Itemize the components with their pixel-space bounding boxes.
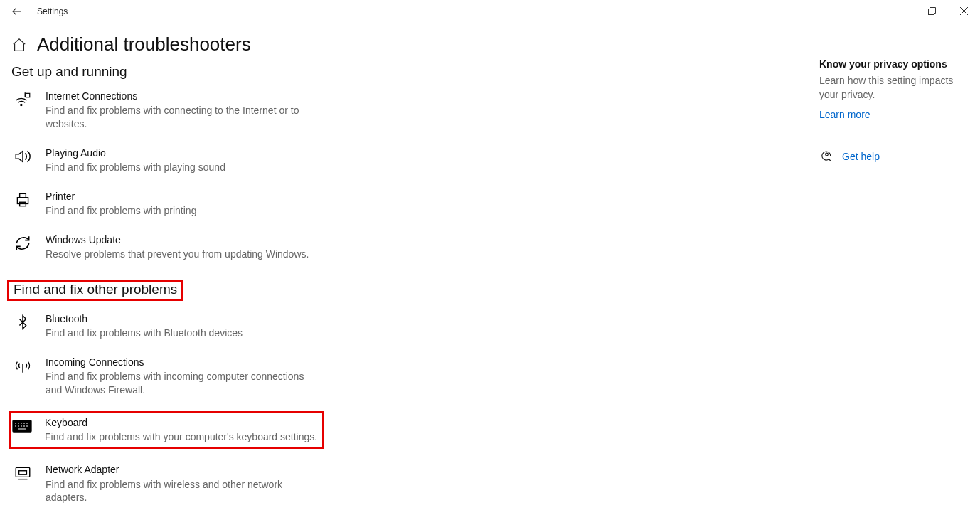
page-header: Additional troubleshooters xyxy=(0,23,980,60)
section-heading-other: Find and fix other problems xyxy=(9,282,177,297)
side-heading: Know your privacy options xyxy=(819,58,969,70)
svg-rect-10 xyxy=(20,193,26,197)
ts-desc: Find and fix problems with Bluetooth dev… xyxy=(46,327,316,340)
ts-desc: Find and fix problems with printing xyxy=(46,204,316,218)
ts-title: Keyboard xyxy=(45,416,318,429)
app-title: Settings xyxy=(37,6,68,16)
ts-title: Internet Connections xyxy=(46,90,316,102)
ts-title: Printer xyxy=(46,190,316,203)
side-desc: Learn how this setting impacts your priv… xyxy=(819,74,969,102)
antenna-icon xyxy=(13,356,33,376)
ts-item-bluetooth[interactable]: Bluetooth Find and fix problems with Blu… xyxy=(11,311,317,341)
window-controls xyxy=(884,0,980,21)
ts-title: Playing Audio xyxy=(46,147,316,159)
wifi-icon xyxy=(13,90,33,110)
learn-more-link[interactable]: Learn more xyxy=(819,109,969,120)
svg-point-5 xyxy=(21,105,22,106)
arrow-left-icon xyxy=(11,5,23,18)
svg-marker-8 xyxy=(16,151,23,161)
svg-point-30 xyxy=(826,153,829,156)
troubleshooter-list-other: Bluetooth Find and fix problems with Blu… xyxy=(11,311,317,520)
svg-rect-26 xyxy=(19,471,27,474)
side-panel: Know your privacy options Learn how this… xyxy=(819,58,969,163)
speaker-icon xyxy=(13,147,33,166)
ts-title: Network Adapter xyxy=(46,463,316,476)
home-icon[interactable] xyxy=(11,37,27,53)
minimize-icon xyxy=(896,7,904,15)
ts-desc: Find and fix problems with connecting to… xyxy=(46,104,316,131)
maximize-button[interactable] xyxy=(916,0,948,21)
keyboard-icon xyxy=(12,416,32,436)
ts-desc: Find and fix problems with incoming comp… xyxy=(46,370,316,397)
maximize-icon xyxy=(928,7,936,15)
ts-desc: Find and fix problems with your computer… xyxy=(45,430,318,444)
help-icon xyxy=(819,150,832,163)
ts-title: Windows Update xyxy=(46,233,316,246)
ts-item-keyboard[interactable]: Keyboard Find and fix problems with your… xyxy=(9,411,324,449)
svg-rect-6 xyxy=(26,93,29,97)
ts-item-playing-audio[interactable]: Playing Audio Find and fix problems with… xyxy=(11,145,317,176)
ts-item-internet-connections[interactable]: Internet Connections Find and fix proble… xyxy=(11,88,317,132)
titlebar: Settings xyxy=(0,0,980,23)
ts-desc: Find and fix problems with wireless and … xyxy=(46,478,316,505)
minimize-button[interactable] xyxy=(884,0,916,21)
sync-icon xyxy=(13,233,33,253)
get-help-row[interactable]: Get help xyxy=(819,150,969,163)
printer-icon xyxy=(13,190,33,210)
main-content: Get up and running Internet Connections … xyxy=(11,60,552,520)
ts-desc: Find and fix problems with playing sound xyxy=(46,161,316,174)
ts-item-incoming-connections[interactable]: Incoming Connections Find and fix proble… xyxy=(11,354,317,398)
highlight-section-heading: Find and fix other problems xyxy=(7,280,183,301)
network-adapter-icon xyxy=(13,463,33,483)
back-button[interactable] xyxy=(4,0,30,23)
ts-title: Bluetooth xyxy=(46,312,316,325)
ts-item-network-adapter[interactable]: Network Adapter Find and fix problems wi… xyxy=(11,462,317,506)
troubleshooter-list-get-up: Internet Connections Find and fix proble… xyxy=(11,88,317,262)
svg-rect-9 xyxy=(17,198,28,204)
ts-item-printer[interactable]: Printer Find and fix problems with print… xyxy=(11,189,317,219)
close-icon xyxy=(960,7,968,15)
ts-item-windows-update[interactable]: Windows Update Resolve problems that pre… xyxy=(11,232,317,262)
bluetooth-icon xyxy=(13,312,33,332)
ts-desc: Resolve problems that prevent you from u… xyxy=(46,248,316,261)
close-button[interactable] xyxy=(948,0,980,21)
svg-rect-2 xyxy=(929,9,934,14)
ts-title: Incoming Connections xyxy=(46,356,316,368)
section-heading-get-up: Get up and running xyxy=(11,64,127,80)
page-title: Additional troubleshooters xyxy=(37,33,251,55)
get-help-link[interactable]: Get help xyxy=(842,151,880,162)
svg-rect-25 xyxy=(16,468,30,477)
